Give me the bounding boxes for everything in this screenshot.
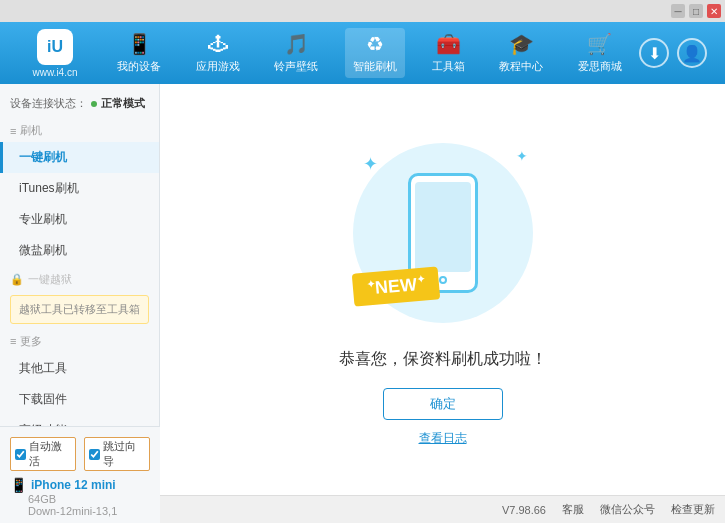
tutorial-icon: 🎓 <box>509 32 534 56</box>
flash-section-icon: ≡ <box>10 125 16 137</box>
main-layout: 设备连接状态： 正常模式 ≡ 刷机 一键刷机 iTunes刷机 专业刷机 微盐刷… <box>0 84 725 495</box>
sidebar: 设备连接状态： 正常模式 ≡ 刷机 一键刷机 iTunes刷机 专业刷机 微盐刷… <box>0 84 160 495</box>
header-actions: ⬇ 👤 <box>639 38 715 68</box>
status-label: 设备连接状态： <box>10 96 87 111</box>
jailbreak-section-label: 一键越狱 <box>28 272 72 287</box>
logo-char: iU <box>47 38 63 56</box>
phone-screen <box>415 182 471 272</box>
nav-my-device[interactable]: 📱 我的设备 <box>109 28 169 78</box>
wechat-link[interactable]: 微信公众号 <box>600 502 655 517</box>
device-name: 📱 iPhone 12 mini <box>10 477 150 493</box>
sidebar-item-one-key-flash[interactable]: 一键刷机 <box>0 142 159 173</box>
one-key-flash-label: 一键刷机 <box>19 150 67 164</box>
app-game-label: 应用游戏 <box>196 59 240 74</box>
service-link[interactable]: 客服 <box>562 502 584 517</box>
confirm-button[interactable]: 确定 <box>383 388 503 420</box>
sidebar-item-pro-flash[interactable]: 专业刷机 <box>0 204 159 235</box>
skip-wizard-input[interactable] <box>89 449 100 460</box>
smart-flash-icon: ♻ <box>366 32 384 56</box>
device-name-text: iPhone 12 mini <box>31 478 116 492</box>
flash-section-label: 刷机 <box>20 123 42 138</box>
new-badge: NEW <box>351 266 440 306</box>
toolbox-label: 工具箱 <box>432 59 465 74</box>
tutorial-label: 教程中心 <box>499 59 543 74</box>
sidebar-item-itunes-flash[interactable]: iTunes刷机 <box>0 173 159 204</box>
sidebar-item-other-tools[interactable]: 其他工具 <box>0 353 159 384</box>
more-section-label: 更多 <box>20 334 42 349</box>
my-device-icon: 📱 <box>127 32 152 56</box>
app-game-icon: 🕹 <box>208 33 228 56</box>
main-content: ✦ ✦ NEW 恭喜您，保资料刷机成功啦！ 确定 查看日志 <box>160 84 725 495</box>
nav-items: 📱 我的设备 🕹 应用游戏 🎵 铃声壁纸 ♻ 智能刷机 🧰 工具箱 🎓 教程中心… <box>100 28 639 78</box>
pro-flash-label: 专业刷机 <box>19 212 67 226</box>
more-section-icon: ≡ <box>10 335 16 347</box>
jailbreak-section-header: 🔒 一键越狱 <box>0 266 159 291</box>
status-dot-icon <box>91 101 97 107</box>
update-link[interactable]: 检查更新 <box>671 502 715 517</box>
device-storage: 64GB <box>10 493 150 495</box>
sparkle-tr-icon: ✦ <box>516 148 528 164</box>
smart-flash-label: 智能刷机 <box>353 59 397 74</box>
status-mode-text: 正常模式 <box>101 96 145 111</box>
status-right: V7.98.66 客服 微信公众号 检查更新 <box>502 502 715 517</box>
download-fw-label: 下载固件 <box>19 392 67 406</box>
logo-icon: iU <box>37 29 73 65</box>
close-button[interactable]: ✕ <box>707 4 721 18</box>
other-tools-label: 其他工具 <box>19 361 67 375</box>
auto-detect-label: 自动激活 <box>29 439 71 469</box>
jailbreak-note: 越狱工具已转移至工具箱 <box>10 295 149 324</box>
more-section-header: ≡ 更多 <box>0 328 159 353</box>
connection-status: 设备连接状态： 正常模式 <box>0 92 159 117</box>
micro-flash-label: 微盐刷机 <box>19 243 67 257</box>
toolbox-icon: 🧰 <box>436 32 461 56</box>
ringtone-icon: 🎵 <box>284 32 309 56</box>
skip-wizard-label: 跳过向导 <box>103 439 145 469</box>
store-icon: 🛒 <box>587 32 612 56</box>
success-illustration: ✦ ✦ NEW <box>343 133 543 333</box>
logo-area: iU www.i4.cn <box>10 29 100 78</box>
store-label: 爱思商城 <box>578 59 622 74</box>
itunes-flash-label: iTunes刷机 <box>19 181 79 195</box>
version-text: V7.98.66 <box>502 504 546 516</box>
sidebar-item-download-fw[interactable]: 下载固件 <box>0 384 159 415</box>
nav-smart-flash[interactable]: ♻ 智能刷机 <box>345 28 405 78</box>
flash-section-header: ≡ 刷机 <box>0 117 159 142</box>
maximize-button[interactable]: □ <box>689 4 703 18</box>
minimize-button[interactable]: ─ <box>671 4 685 18</box>
auto-detect-checkbox[interactable]: 自动激活 <box>10 437 76 471</box>
device-phone-icon: 📱 <box>10 477 27 493</box>
device-check-row: 自动激活 跳过向导 <box>10 433 150 477</box>
ringtone-label: 铃声壁纸 <box>274 59 318 74</box>
header: iU www.i4.cn 📱 我的设备 🕹 应用游戏 🎵 铃声壁纸 ♻ 智能刷机… <box>0 22 725 84</box>
nav-toolbox[interactable]: 🧰 工具箱 <box>424 28 473 78</box>
logo-url: www.i4.cn <box>32 67 77 78</box>
sparkle-tl-icon: ✦ <box>363 153 378 175</box>
nav-tutorial[interactable]: 🎓 教程中心 <box>491 28 551 78</box>
success-title: 恭喜您，保资料刷机成功啦！ <box>339 349 547 370</box>
user-button[interactable]: 👤 <box>677 38 707 68</box>
my-device-label: 我的设备 <box>117 59 161 74</box>
download-button[interactable]: ⬇ <box>639 38 669 68</box>
nav-app-game[interactable]: 🕹 应用游戏 <box>188 29 248 78</box>
title-bar: ─ □ ✕ <box>0 0 725 22</box>
auto-detect-input[interactable] <box>15 449 26 460</box>
jailbreak-lock-icon: 🔒 <box>10 273 24 286</box>
sidebar-item-micro-flash[interactable]: 微盐刷机 <box>0 235 159 266</box>
nav-store[interactable]: 🛒 爱思商城 <box>570 28 630 78</box>
phone-button <box>439 276 447 284</box>
nav-ringtone[interactable]: 🎵 铃声壁纸 <box>266 28 326 78</box>
tour-link[interactable]: 查看日志 <box>419 430 467 447</box>
skip-wizard-checkbox[interactable]: 跳过向导 <box>84 437 150 471</box>
device-panel: 自动激活 跳过向导 📱 iPhone 12 mini 64GB Down-12m… <box>0 426 160 495</box>
